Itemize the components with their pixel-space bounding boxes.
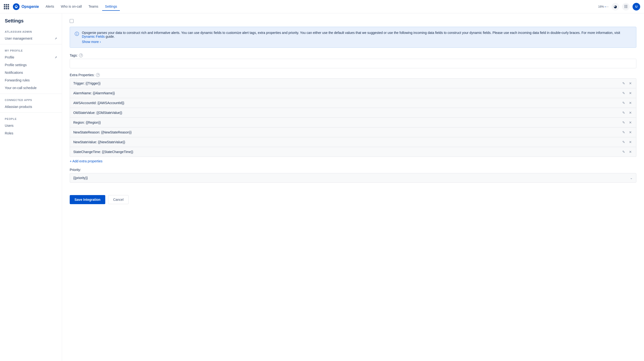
sidebar-item-users[interactable]: Users [0,122,62,130]
delete-property-state-change-time[interactable]: ✕ [628,150,633,154]
edit-property-state-change-time[interactable]: ✎ [621,150,626,154]
svg-rect-3 [605,6,606,7]
property-actions-trigger: ✎ ✕ [621,81,633,86]
main-content: ⓘ Opsgenie parses your data to construct… [62,13,644,361]
section-label-atlassian-admin: ATLASSIAN ADMIN [0,28,62,34]
divider-3 [0,112,62,113]
property-row-new-state-reason: NewStateReason: {{NewStateReason}} ✎ ✕ [70,128,636,137]
property-value-aws-account-id: AWSAccountId: {{AWSAccountId}} [73,101,124,105]
sidebar-item-forwarding-rules[interactable]: Forwarding rules [0,76,62,84]
info-text: Opsgenie parses your data to construct r… [82,31,620,34]
section-label-my-profile: MY PROFILE [0,46,62,54]
property-value-trigger: Trigger: {{Trigger}} [73,82,100,85]
delete-property-new-state-value[interactable]: ✕ [628,140,633,144]
sidebar-item-roles[interactable]: Roles [0,130,62,137]
sidebar-title: Settings [0,18,62,28]
delete-property-region[interactable]: ✕ [628,120,633,125]
opsgenie-logo-icon [13,3,20,10]
app-logo-text: Opsgenie [22,4,39,9]
checkbox[interactable] [70,19,74,23]
chevron-down-icon: ⌄ [630,176,633,180]
sidebar-item-label-atlassian-products: Atlassian products [5,105,32,109]
save-integration-button[interactable]: Save Integration [70,195,105,204]
extra-properties-help-icon[interactable]: ? [96,73,100,77]
property-actions-new-state-value: ✎ ✕ [621,140,633,144]
sidebar-item-label-profile: Profile [5,56,14,59]
properties-list: Trigger: {{Trigger}} ✎ ✕ AlarmName: {{Al… [70,78,636,157]
nav-settings[interactable]: Settings [102,3,120,11]
add-extra-label: + Add extra properties [70,159,102,163]
sidebar-item-label-user-management: User management [5,36,32,40]
info-box: ⓘ Opsgenie parses your data to construct… [70,27,636,48]
property-actions-old-state-value: ✎ ✕ [621,110,633,115]
sidebar-item-profile-settings[interactable]: Profile settings [0,61,62,69]
tags-help-icon[interactable]: ? [79,54,83,57]
cancel-button[interactable]: Cancel [108,195,129,204]
topnav-right: 16% ◕ ☷ U [598,3,640,10]
grid-icon[interactable] [4,4,9,9]
external-link-icon: ➚ [55,37,57,40]
info-suffix: guide. [105,34,115,38]
user-avatar[interactable]: U [632,3,640,10]
priority-label: Priority: [70,168,636,172]
section-label-connected-apps: CONNECTED APPS [0,96,62,103]
priority-value: {{priority}} [73,176,88,180]
property-row-new-state-value: NewStateValue: {{NewStateValue}} ✎ ✕ [70,137,636,147]
checkbox-area [70,19,636,27]
divider-2 [0,94,62,94]
delete-property-old-state-value[interactable]: ✕ [628,110,633,115]
edit-property-new-state-reason[interactable]: ✎ [621,130,626,135]
sidebar-item-label-roles: Roles [5,131,13,135]
notifications-icon-btn[interactable]: ☷ [622,3,630,10]
nav-alerts[interactable]: Alerts [43,3,57,11]
nav-badge: 16% [598,5,609,8]
property-actions-state-change-time: ✎ ✕ [621,150,633,154]
priority-wrapper: {{priority}} ⌄ [70,173,636,183]
add-extra-properties-button[interactable]: + Add extra properties [70,159,102,163]
delete-property-new-state-reason[interactable]: ✕ [628,130,633,135]
property-row-region: Region: {{Region}} ✎ ✕ [70,118,636,128]
sidebar-item-label-forwarding-rules: Forwarding rules [5,78,30,82]
dynamic-fields-link[interactable]: Dynamic Fields [82,34,105,38]
sidebar-item-your-on-call-schedule[interactable]: Your on-call schedule [0,84,62,92]
section-label-people: PEOPLE [0,114,62,122]
nav-teams[interactable]: Teams [86,3,101,11]
show-more-button[interactable]: Show more › [82,40,101,44]
action-bar: Save Integration Cancel [70,190,636,204]
badge-text: 16% [598,5,604,8]
property-value-new-state-value: NewStateValue: {{NewStateValue}} [73,140,125,144]
edit-property-new-state-value[interactable]: ✎ [621,140,626,144]
sidebar-item-user-management[interactable]: User management ➚ [0,34,62,42]
sidebar-item-notifications[interactable]: Notifications [0,69,62,76]
nav-links: Alerts Who is on-call Teams Settings [43,3,120,11]
sidebar-item-atlassian-products[interactable]: Atlassian products [0,103,62,110]
delete-property-alarm-name[interactable]: ✕ [628,91,633,96]
delete-property-trigger[interactable]: ✕ [628,81,633,86]
edit-property-trigger[interactable]: ✎ [621,81,626,86]
delete-property-aws-account-id[interactable]: ✕ [628,100,633,105]
edit-property-alarm-name[interactable]: ✎ [621,91,626,96]
divider-1 [0,44,62,44]
priority-select[interactable]: {{priority}} ⌄ [70,173,636,183]
tags-label: Tags: ? [70,54,636,57]
property-actions-alarm-name: ✎ ✕ [621,91,633,96]
edit-property-aws-account-id[interactable]: ✎ [621,100,626,105]
topnav: Opsgenie Alerts Who is on-call Teams Set… [0,0,644,13]
external-link-icon-profile: ➚ [55,56,57,59]
app-logo[interactable]: Opsgenie [13,3,39,10]
property-actions-region: ✎ ✕ [621,120,633,125]
info-content: Opsgenie parses your data to construct r… [82,31,631,44]
tags-input[interactable] [70,59,636,68]
compass-icon-btn[interactable]: ◕ [612,3,619,10]
sidebar-item-profile[interactable]: Profile ➚ [0,54,62,61]
edit-property-old-state-value[interactable]: ✎ [621,110,626,115]
extra-properties-label: Extra Properties: ? [70,73,636,77]
nav-who-is-on-call[interactable]: Who is on-call [58,3,85,11]
edit-property-region[interactable]: ✎ [621,120,626,125]
property-row-trigger: Trigger: {{Trigger}} ✎ ✕ [70,78,636,88]
layout: Settings ATLASSIAN ADMIN User management… [0,13,644,361]
priority-section: Priority: {{priority}} ⌄ [70,168,636,183]
property-actions-aws-account-id: ✎ ✕ [621,100,633,105]
property-value-alarm-name: AlarmName: {{AlarmName}} [73,91,115,95]
property-row-old-state-value: OldStateValue: {{OldStateValue}} ✎ ✕ [70,108,636,118]
